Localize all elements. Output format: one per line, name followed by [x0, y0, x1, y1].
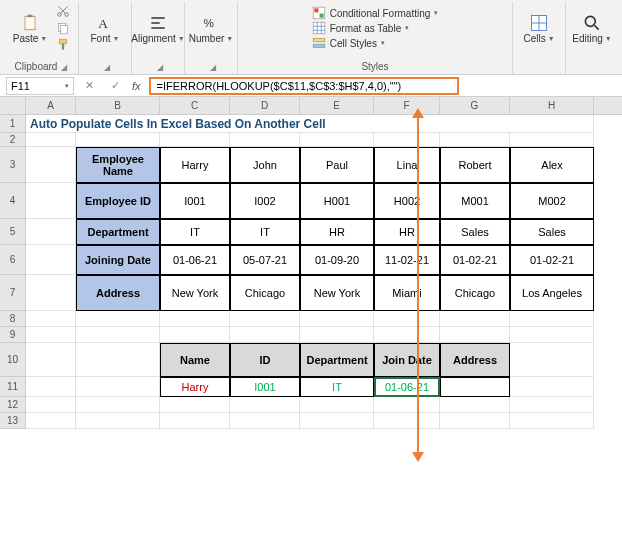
cell[interactable]: [374, 327, 440, 343]
cell[interactable]: [76, 133, 160, 147]
cell[interactable]: [26, 133, 76, 147]
cell[interactable]: [510, 413, 594, 429]
row-header[interactable]: 8: [0, 311, 25, 327]
cell[interactable]: [26, 397, 76, 413]
cell[interactable]: [76, 397, 160, 413]
font-button[interactable]: A Font▼: [85, 3, 125, 53]
table1-cell[interactable]: New York: [300, 275, 374, 311]
cell[interactable]: [440, 397, 510, 413]
row-header[interactable]: 13: [0, 413, 25, 429]
cells-button[interactable]: Cells▼: [519, 3, 559, 53]
cell[interactable]: [230, 327, 300, 343]
table1-cell[interactable]: 01-09-20: [300, 245, 374, 275]
table1-cell[interactable]: 11-02-21: [374, 245, 440, 275]
paste-button[interactable]: Paste▼: [10, 3, 50, 53]
select-all-corner[interactable]: [0, 97, 26, 114]
table1-cell[interactable]: Chicago: [440, 275, 510, 311]
cell[interactable]: [374, 133, 440, 147]
col-header[interactable]: B: [76, 97, 160, 114]
row-header[interactable]: 2: [0, 133, 25, 147]
table1-cell[interactable]: I001: [160, 183, 230, 219]
table2-value-address[interactable]: [440, 377, 510, 397]
row-header[interactable]: 7: [0, 275, 25, 311]
cell[interactable]: [374, 311, 440, 327]
cancel-formula-icon[interactable]: ✕: [80, 79, 98, 92]
title-cell[interactable]: Auto Populate Cells In Excel Based On An…: [26, 115, 594, 133]
table1-cell[interactable]: Sales: [510, 219, 594, 245]
cell[interactable]: [510, 343, 594, 377]
cell[interactable]: [230, 133, 300, 147]
col-header[interactable]: E: [300, 97, 374, 114]
clipboard-launcher-icon[interactable]: ◢: [61, 63, 67, 72]
table1-cell[interactable]: New York: [160, 275, 230, 311]
formula-input[interactable]: =IFERROR(HLOOKUP($C$11,$C$3:$H$7,4,0),""…: [149, 77, 459, 95]
cell[interactable]: [230, 397, 300, 413]
alignment-button[interactable]: Alignment▼: [138, 3, 178, 53]
col-header[interactable]: H: [510, 97, 594, 114]
cell[interactable]: [160, 413, 230, 429]
table1-cell[interactable]: IT: [230, 219, 300, 245]
table1-cell[interactable]: 01-02-21: [510, 245, 594, 275]
cell[interactable]: [300, 311, 374, 327]
cell[interactable]: [300, 133, 374, 147]
table2-value-joindate[interactable]: 01-06-21: [374, 377, 440, 397]
table1-row-header[interactable]: Address: [76, 275, 160, 311]
table1-cell[interactable]: Paul: [300, 147, 374, 183]
copy-button[interactable]: [54, 20, 72, 35]
table2-value-id[interactable]: I001: [230, 377, 300, 397]
table1-cell[interactable]: 01-02-21: [440, 245, 510, 275]
cell[interactable]: [26, 413, 76, 429]
cell[interactable]: [160, 311, 230, 327]
cells-area[interactable]: Auto Populate Cells In Excel Based On An…: [26, 115, 622, 429]
col-header[interactable]: D: [230, 97, 300, 114]
table1-row-header[interactable]: Employee ID: [76, 183, 160, 219]
table1-cell[interactable]: Alex: [510, 147, 594, 183]
table2-header[interactable]: Name: [160, 343, 230, 377]
table1-cell[interactable]: M001: [440, 183, 510, 219]
table1-cell[interactable]: Robert: [440, 147, 510, 183]
cell[interactable]: [510, 397, 594, 413]
enter-formula-icon[interactable]: ✓: [106, 79, 124, 92]
cell[interactable]: [76, 343, 160, 377]
cell-styles-button[interactable]: Cell Styles▾: [312, 36, 439, 50]
table1-row-header[interactable]: Joining Date: [76, 245, 160, 275]
table1-cell[interactable]: HR: [300, 219, 374, 245]
row-header[interactable]: 12: [0, 397, 25, 413]
cell[interactable]: [26, 327, 76, 343]
table1-cell[interactable]: HR: [374, 219, 440, 245]
cell[interactable]: [26, 183, 76, 219]
cell[interactable]: [26, 275, 76, 311]
cell[interactable]: [26, 147, 76, 183]
cell[interactable]: [76, 413, 160, 429]
cell[interactable]: [510, 133, 594, 147]
cut-button[interactable]: [54, 3, 72, 18]
cell[interactable]: [440, 327, 510, 343]
cell[interactable]: [510, 377, 594, 397]
cell[interactable]: [440, 133, 510, 147]
conditional-formatting-button[interactable]: Conditional Formatting▾: [312, 6, 439, 20]
table1-cell[interactable]: 01-06-21: [160, 245, 230, 275]
cell[interactable]: [300, 327, 374, 343]
cell[interactable]: [26, 245, 76, 275]
name-box[interactable]: F11▾: [6, 77, 74, 95]
cell[interactable]: [26, 343, 76, 377]
cell[interactable]: [374, 413, 440, 429]
table1-cell[interactable]: Harry: [160, 147, 230, 183]
editing-button[interactable]: Editing▼: [572, 3, 612, 53]
col-header[interactable]: A: [26, 97, 76, 114]
cell[interactable]: [440, 311, 510, 327]
table2-header[interactable]: Join Date: [374, 343, 440, 377]
cell[interactable]: [510, 311, 594, 327]
number-button[interactable]: % Number▼: [191, 3, 231, 53]
cell[interactable]: [440, 413, 510, 429]
table2-header[interactable]: Department: [300, 343, 374, 377]
table2-value-dept[interactable]: IT: [300, 377, 374, 397]
row-header[interactable]: 10: [0, 343, 25, 377]
table1-cell[interactable]: H002: [374, 183, 440, 219]
row-header[interactable]: 5: [0, 219, 25, 245]
table1-cell[interactable]: John: [230, 147, 300, 183]
table1-cell[interactable]: M002: [510, 183, 594, 219]
table1-cell[interactable]: Lina: [374, 147, 440, 183]
cell[interactable]: [300, 413, 374, 429]
alignment-launcher-icon[interactable]: ◢: [157, 63, 163, 72]
